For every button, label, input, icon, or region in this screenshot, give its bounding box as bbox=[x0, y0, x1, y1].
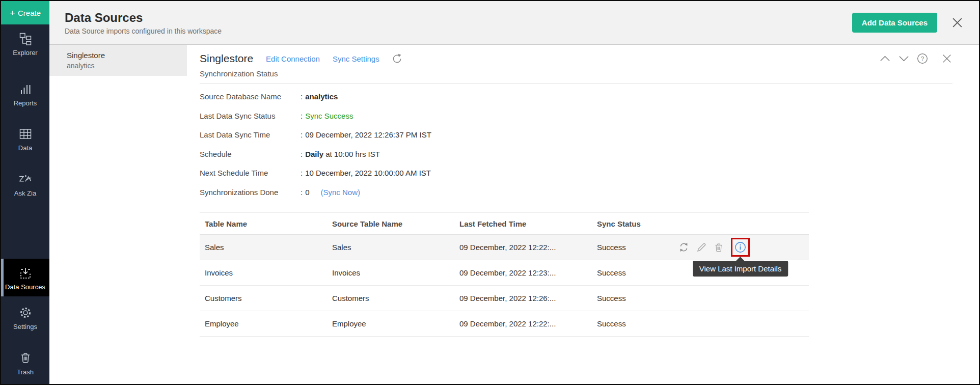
trash-icon bbox=[18, 350, 33, 366]
table-row[interactable]: Customers Customers 09 December, 2022 12… bbox=[200, 286, 809, 311]
sidebar-item-label: Settings bbox=[13, 323, 37, 331]
cell-last-fetched-time: 09 December, 2022 12:22:... bbox=[454, 243, 592, 252]
colon: : bbox=[301, 169, 303, 177]
cell-sync-status: Success bbox=[592, 294, 673, 302]
field-value: 0 bbox=[305, 188, 309, 197]
field-last-data-sync-status: Last Data Sync Status :Sync Success bbox=[200, 106, 952, 126]
column-header-source-table-name: Source Table Name bbox=[327, 219, 454, 228]
cell-table-name: Customers bbox=[200, 294, 327, 302]
edit-connection-link[interactable]: Edit Connection bbox=[266, 54, 320, 63]
create-button[interactable]: + Create bbox=[1, 1, 49, 24]
svg-text:?: ? bbox=[921, 56, 924, 62]
sidebar-item-label: Explorer bbox=[13, 49, 37, 57]
plus-icon: + bbox=[10, 8, 15, 18]
table-header-row: Table Name Source Table Name Last Fetche… bbox=[200, 213, 809, 235]
sidebar-item-settings[interactable]: Settings bbox=[1, 305, 49, 331]
cell-last-fetched-time: 09 December, 2022 12:22:... bbox=[454, 319, 592, 328]
colon: : bbox=[301, 112, 303, 120]
field-label: Last Data Sync Status bbox=[200, 112, 301, 120]
table-row[interactable]: Sales Sales 09 December, 2022 12:22:... … bbox=[200, 235, 809, 260]
sidebar-item-data-sources[interactable]: Data Sources bbox=[1, 259, 49, 296]
field-label: Source Database Name bbox=[200, 92, 301, 101]
sidebar-item-label: Reports bbox=[14, 99, 37, 107]
field-label: Schedule bbox=[200, 150, 301, 158]
data-source-list-item-selected[interactable]: Singlestore analytics bbox=[49, 45, 187, 76]
data-source-name: Singlestore bbox=[67, 50, 181, 61]
zia-icon bbox=[18, 172, 33, 187]
field-value: at 10:00 hrs IST bbox=[323, 150, 380, 158]
field-value: 10 December, 2022 10:00:00 AM IST bbox=[305, 169, 431, 177]
sidebar-spacer bbox=[1, 197, 49, 259]
edit-pencil-icon[interactable] bbox=[696, 242, 706, 253]
field-value-bold: Daily bbox=[305, 150, 323, 158]
page-title-block: Data Sources Data Source imports configu… bbox=[65, 11, 222, 35]
sync-status-fields: Source Database Name :analytics Last Dat… bbox=[200, 87, 952, 202]
field-label: Synchronizations Done bbox=[200, 188, 301, 197]
field-label: Next Schedule Time bbox=[200, 169, 301, 177]
cell-sync-status: Success bbox=[592, 243, 673, 252]
sidebar-item-label: Data bbox=[18, 144, 32, 152]
workspace-body: Singlestore analytics Singlestore Edit C… bbox=[49, 45, 979, 384]
cell-source-table-name: Invoices bbox=[327, 268, 454, 277]
page-header: Data Sources Data Source imports configu… bbox=[49, 1, 979, 45]
connection-title: Singlestore bbox=[200, 52, 253, 65]
colon: : bbox=[301, 150, 303, 158]
colon: : bbox=[301, 92, 303, 101]
sidebar-item-label: Ask Zia bbox=[14, 189, 36, 197]
section-divider bbox=[200, 83, 952, 84]
row-actions: View Last Import Details bbox=[673, 238, 809, 257]
info-icon[interactable] bbox=[734, 241, 746, 253]
table-row[interactable]: Employee Employee 09 December, 2022 12:2… bbox=[200, 311, 809, 337]
data-source-list: Singlestore analytics bbox=[49, 45, 187, 384]
field-value: analytics bbox=[305, 92, 338, 101]
cell-source-table-name: Customers bbox=[327, 294, 454, 302]
cell-table-name: Sales bbox=[200, 243, 327, 252]
sidebar-item-label: Data Sources bbox=[5, 283, 45, 291]
sidebar-item-explorer[interactable]: Explorer bbox=[1, 31, 49, 57]
connection-detail-panel: Singlestore Edit Connection Sync Setting… bbox=[187, 45, 979, 384]
field-next-schedule-time: Next Schedule Time :10 December, 2022 10… bbox=[200, 163, 952, 183]
data-sources-import-icon bbox=[18, 265, 33, 281]
sidebar-item-trash[interactable]: Trash bbox=[1, 350, 49, 376]
close-icon[interactable] bbox=[950, 16, 964, 30]
field-synchronizations-done: Synchronizations Done :0(Sync Now) bbox=[200, 183, 952, 202]
app-window: + Create Explorer Reports bbox=[0, 0, 980, 385]
section-title: Synchronization Status bbox=[200, 69, 952, 78]
tables-sync-table: Table Name Source Table Name Last Fetche… bbox=[200, 212, 809, 337]
create-button-label: Create bbox=[18, 9, 41, 17]
sidebar-item-reports[interactable]: Reports bbox=[1, 81, 49, 107]
reports-icon bbox=[18, 81, 33, 97]
cell-last-fetched-time: 09 December, 2022 12:26:... bbox=[454, 294, 592, 302]
delete-trash-icon[interactable] bbox=[714, 242, 724, 253]
chevron-down-icon[interactable] bbox=[898, 55, 910, 62]
cell-source-table-name: Sales bbox=[327, 243, 454, 252]
field-label: Last Data Sync Time bbox=[200, 130, 301, 139]
tooltip: View Last Import Details bbox=[693, 261, 788, 277]
column-header-table-name: Table Name bbox=[200, 219, 327, 228]
tooltip-text: View Last Import Details bbox=[699, 264, 781, 273]
column-header-last-fetched-time: Last Fetched Time bbox=[454, 219, 592, 228]
close-panel-icon[interactable] bbox=[941, 53, 952, 64]
column-header-sync-status: Sync Status bbox=[592, 219, 673, 228]
sync-settings-link[interactable]: Sync Settings bbox=[333, 54, 379, 63]
field-source-database-name: Source Database Name :analytics bbox=[200, 87, 952, 106]
header-actions: Add Data Sources bbox=[852, 13, 964, 33]
field-schedule: Schedule :Daily at 10:00 hrs IST bbox=[200, 145, 952, 164]
sync-icon[interactable] bbox=[678, 242, 689, 253]
chevron-up-icon[interactable] bbox=[879, 55, 891, 62]
colon: : bbox=[301, 130, 303, 139]
panel-controls: ? bbox=[879, 53, 952, 64]
help-icon[interactable]: ? bbox=[917, 53, 928, 64]
refresh-icon[interactable] bbox=[392, 53, 402, 64]
add-data-sources-button[interactable]: Add Data Sources bbox=[852, 13, 937, 33]
sidebar-item-label: Trash bbox=[17, 368, 34, 376]
sidebar-item-data[interactable]: Data bbox=[1, 126, 49, 152]
main-area: Data Sources Data Source imports configu… bbox=[49, 1, 979, 384]
cell-sync-status: Success bbox=[592, 319, 673, 328]
data-source-database: analytics bbox=[67, 61, 181, 71]
cell-table-name: Invoices bbox=[200, 268, 327, 277]
sidebar-item-ask-zia[interactable]: Ask Zia bbox=[1, 172, 49, 197]
sync-now-link[interactable]: (Sync Now) bbox=[321, 188, 361, 197]
gear-icon bbox=[18, 305, 33, 320]
annotation-highlight-box: View Last Import Details bbox=[731, 238, 750, 257]
